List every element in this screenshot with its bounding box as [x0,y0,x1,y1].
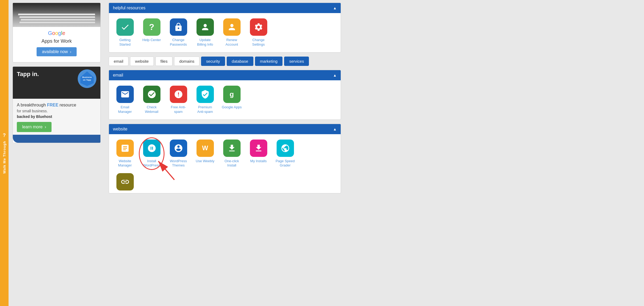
google-ad-card: Google Apps for Work available now › [13,3,101,62]
resource-getting-started[interactable]: Getting Started [114,18,136,47]
available-now-button[interactable]: available now › [37,47,77,56]
change-passwords-label: Change Passwords [168,38,189,47]
tool-check-webmail[interactable]: Check Webmail [141,86,162,114]
wordpress-themes-icon [170,140,187,157]
check-webmail-icon [143,86,160,103]
use-weebly-icon: W [197,140,214,157]
category-nav-tabs: email website files domains security dat… [109,57,341,66]
ads-column: Google Apps for Work available now › Tap… [9,0,105,306]
website-section-title: website [113,127,127,132]
content-column: helpful resources ▲ Getting Started ? He… [105,0,345,306]
link-manager-icon [116,173,134,190]
tab-email[interactable]: email [109,57,128,66]
tab-website[interactable]: website [130,57,154,66]
tab-services[interactable]: services [284,57,309,66]
resource-change-passwords[interactable]: Change Passwords [168,18,189,47]
google-ad-body: Google Apps for Work available now › [13,27,100,59]
premium-antispam-icon [197,86,214,103]
getting-started-label: Getting Started [114,38,136,47]
google-ad-image [13,3,100,27]
help-center-label: Help Center [142,38,161,42]
oneclick-install-icon [223,140,241,157]
change-settings-label: Change Settings [248,38,269,47]
use-weebly-label: Use Weebly [196,159,214,164]
update-billing-icon [197,18,214,36]
tool-use-weebly[interactable]: W Use Weebly [194,140,216,168]
tab-files[interactable]: files [155,57,173,66]
email-section-header: email ▲ [109,70,341,80]
website-section: website ▲ Website Manager Install WordPr… [109,124,341,194]
website-tools-grid: Website Manager Install WordPress WordPr… [109,134,341,173]
walk-me-through-label: Walk Me Through [2,141,6,174]
resources-grid: Getting Started ? Help Center Change Pas… [109,13,341,52]
helpful-resources-section: helpful resources ▲ Getting Started ? He… [109,3,341,53]
update-billing-label: Update Billing Info [194,38,216,47]
tapp-logo: Business on Tapp [78,69,96,88]
email-tools-grid: Email Manager Check Webmail Free Anti-sp… [109,80,341,120]
tab-marketing[interactable]: marketing [255,57,283,66]
website-manager-label: Website Manager [114,159,136,168]
tapp-sub1: for small business. [17,109,96,113]
tool-premium-antispam[interactable]: Premium Anti-spam [194,86,216,114]
change-passwords-icon [170,18,187,36]
email-manager-label: Email Manager [114,105,136,114]
helpful-resources-header: helpful resources ▲ [109,3,341,13]
renew-account-label: Renew Account [221,38,242,47]
website-section-header: website ▲ [109,124,341,134]
collapse-icon[interactable]: ▲ [333,6,337,10]
google-apps-icon: g [223,86,241,103]
free-antispam-icon [170,86,187,103]
google-apps-label: Google Apps [222,105,242,110]
tool-wordpress-themes[interactable]: WordPress Themes [168,140,189,168]
website-manager-icon [116,140,134,157]
email-manager-icon [116,86,134,103]
install-wordpress-icon [143,140,160,157]
resource-help-center[interactable]: ? Help Center [141,18,162,47]
tapp-headline: A breakthrough FREE resource [17,103,96,108]
tool-link-manager[interactable] [114,173,136,190]
tool-google-apps[interactable]: g Google Apps [221,86,242,114]
tab-security[interactable]: security [201,57,225,66]
help-question-mark: ? [3,133,6,138]
email-section: email ▲ Email Manager Check Webmail [109,70,341,120]
wordpress-themes-label: WordPress Themes [168,159,189,168]
renew-account-icon [223,18,241,36]
free-antispam-label: Free Anti-spam [168,105,189,114]
website-second-row [109,173,341,193]
tool-oneclick-install[interactable]: One-click Install [221,140,242,168]
my-installs-label: My Installs [250,159,266,164]
page-speed-grader-icon [277,140,294,157]
tapp-logo-inner: Business on Tapp [80,71,94,86]
tool-email-manager[interactable]: Email Manager [114,86,136,114]
tab-domains[interactable]: domains [174,57,199,66]
chevron-right-icon: › [45,125,46,129]
chevron-right-icon: › [70,50,71,54]
help-center-icon: ? [143,18,160,36]
resource-renew-account[interactable]: Renew Account [221,18,242,47]
google-tagline: Apps for Work [17,38,96,44]
tapp-blue-bar [13,135,100,143]
tool-my-installs[interactable]: My Installs [248,140,269,168]
tab-database[interactable]: database [227,57,253,66]
resource-update-billing[interactable]: Update Billing Info [194,18,216,47]
collapse-icon[interactable]: ▲ [333,127,337,131]
collapse-icon[interactable]: ▲ [333,73,337,77]
resource-change-settings[interactable]: Change Settings [248,18,269,47]
check-webmail-label: Check Webmail [141,105,162,114]
tapp-body: A breakthrough FREE resource for small b… [13,99,100,136]
tool-page-speed-grader[interactable]: Page Speed Grader [274,140,296,168]
tool-free-antispam[interactable]: Free Anti-spam [168,86,189,114]
getting-started-icon [116,18,134,36]
tool-install-wordpress[interactable]: Install WordPress [141,140,162,168]
helpful-resources-title: helpful resources [113,6,146,10]
oneclick-install-label: One-click Install [221,159,242,168]
learn-more-button[interactable]: learn more › [17,122,52,132]
tool-website-manager[interactable]: Website Manager [114,140,136,168]
tapp-header: Tapp in. Business on Tapp [13,67,100,99]
my-installs-icon [250,140,267,157]
change-settings-icon [250,18,267,36]
email-section-title: email [113,73,123,78]
walk-me-through-sidebar[interactable]: ? Walk Me Through [0,0,9,306]
premium-antispam-label: Premium Anti-spam [194,105,216,114]
tapp-ad-card: Tapp in. Business on Tapp A breakthrough… [13,66,101,143]
